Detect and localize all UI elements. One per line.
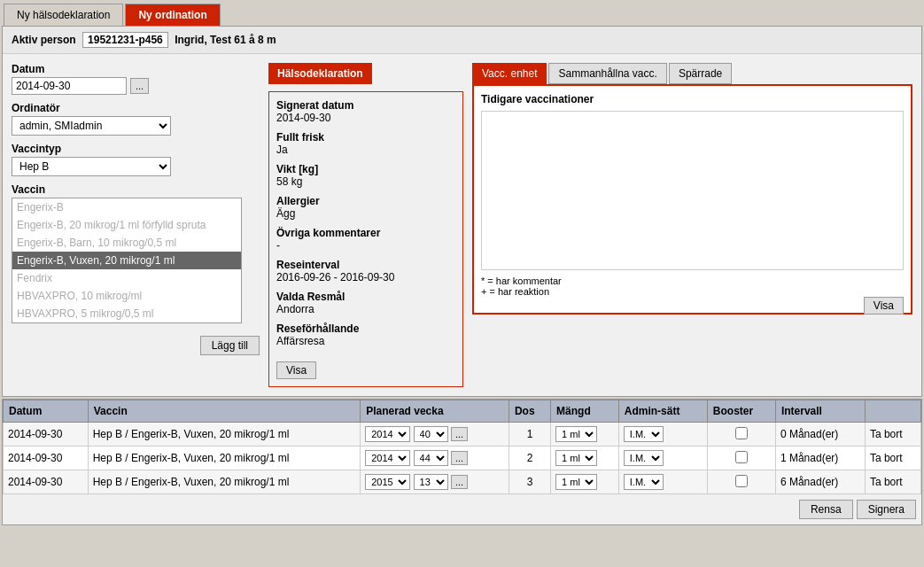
year-select-1[interactable]: 2014 xyxy=(365,450,410,466)
middle-panel: Hälsodeklaration Signerat datum 2014-09-… xyxy=(268,63,463,387)
td-mangd-0: 1 ml xyxy=(551,423,619,447)
td-dos-0: 1 xyxy=(509,423,550,447)
rensa-button[interactable]: Rensa xyxy=(799,500,853,519)
tab-vacc-enhet[interactable]: Vacc. enhet xyxy=(472,63,547,84)
vaccine-item-3[interactable]: Engerix-B, Vuxen, 20 mikrog/1 ml xyxy=(12,252,241,269)
vaccintyp-select[interactable]: Hep B xyxy=(12,157,171,176)
reseinterval-value: 2016-09-26 - 2016-09-30 xyxy=(276,271,455,284)
prev-vacc-box xyxy=(481,111,904,270)
datum-picker-button[interactable]: ... xyxy=(130,78,149,94)
legend2: + = har reaktion xyxy=(481,286,904,297)
content-area: Datum ... Ordinatör admin, SMIadmin Vacc… xyxy=(3,54,921,396)
vaccine-item-4[interactable]: Fendrix xyxy=(12,269,241,287)
ordinatör-row: Ordinatör admin, SMIadmin xyxy=(12,102,260,136)
td-ta-bort-0: Ta bort xyxy=(865,423,920,447)
th-intervall: Intervall xyxy=(775,400,865,423)
main-container: Aktiv person 19521231-p456 Ingrid, Test … xyxy=(2,26,922,397)
ta-bort-link-2[interactable]: Ta bort xyxy=(870,476,903,488)
prev-vacc-label: Tidigare vaccinationer xyxy=(481,93,904,105)
tab-ordination[interactable]: Ny ordination xyxy=(125,4,220,26)
reseforhallande-label: Reseförhållande xyxy=(276,322,455,335)
mangd-select-0[interactable]: 1 ml xyxy=(555,426,597,442)
year-select-0[interactable]: 2014 xyxy=(365,426,410,442)
admin-select-0[interactable]: I.M. xyxy=(624,426,664,442)
ta-bort-link-1[interactable]: Ta bort xyxy=(870,452,903,464)
table-row: 2014-09-30 Hep B / Engerix-B, Vuxen, 20 … xyxy=(4,423,921,447)
admin-select-1[interactable]: I.M. xyxy=(624,450,664,466)
reseinterval-label: Reseinterval xyxy=(276,259,455,271)
week-picker-0[interactable]: ... xyxy=(451,427,468,441)
td-dos-1: 2 xyxy=(509,447,550,470)
th-dos: Dos xyxy=(509,400,550,423)
admin-select-2[interactable]: I.M. xyxy=(624,474,664,490)
tab-sparrade[interactable]: Spärrade xyxy=(669,63,732,84)
left-panel: Datum ... Ordinatör admin, SMIadmin Vacc… xyxy=(12,63,260,387)
bottom-buttons: Rensa Signera xyxy=(3,494,921,524)
top-tabs: Ny hälsodeklaration Ny ordination xyxy=(0,0,924,26)
signera-button[interactable]: Signera xyxy=(857,500,916,519)
vikt-value: 58 kg xyxy=(276,175,455,188)
tab-halsodeklaration[interactable]: Ny hälsodeklaration xyxy=(4,4,123,26)
datum-input[interactable] xyxy=(12,77,127,95)
week-picker-1[interactable]: ... xyxy=(451,451,468,465)
vacc-visa-button[interactable]: Visa xyxy=(864,297,904,315)
mangd-select-2[interactable]: 1 ml xyxy=(555,474,597,490)
week-select-2[interactable]: 13 xyxy=(414,474,448,490)
mangd-select-1[interactable]: 1 ml xyxy=(555,450,597,466)
booster-checkbox-2[interactable] xyxy=(735,475,748,487)
td-intervall-2: 6 Månad(er) xyxy=(775,470,865,494)
th-datum: Datum xyxy=(4,400,89,423)
halso-tab[interactable]: Hälsodeklaration xyxy=(268,63,372,84)
th-planerad-vecka: Planerad vecka xyxy=(361,400,509,423)
td-datum-2: 2014-09-30 xyxy=(4,470,89,494)
vaccine-item-2[interactable]: Engerix-B, Barn, 10 mikrog/0,5 ml xyxy=(12,234,241,252)
vaccintyp-label: Vaccintyp xyxy=(12,143,260,155)
datum-label: Datum xyxy=(12,63,260,75)
person-id: 19521231-p456 xyxy=(82,32,168,48)
vaccin-row: Vaccin Engerix-B Engerix-B, 20 mikrog/1 … xyxy=(12,183,260,323)
valda-resmal-label: Valda Resmål xyxy=(276,291,455,303)
active-person-bar: Aktiv person 19521231-p456 Ingrid, Test … xyxy=(3,27,921,54)
td-booster-1 xyxy=(707,447,775,470)
ovriga-value: - xyxy=(276,239,455,252)
legend1: * = har kommentar xyxy=(481,276,904,286)
signerat-datum-label: Signerat datum xyxy=(276,99,455,112)
vaccine-item-5[interactable]: HBVAXPRO, 10 mikrog/ml xyxy=(12,287,241,305)
vaccine-item-1[interactable]: Engerix-B, 20 mikrog/1 ml förfylld sprut… xyxy=(12,216,241,234)
td-admin-2: I.M. xyxy=(618,470,707,494)
td-mangd-1: 1 ml xyxy=(551,447,619,470)
ordinatör-label: Ordinatör xyxy=(12,102,260,114)
ordinatör-select[interactable]: admin, SMIadmin xyxy=(12,116,171,136)
halso-visa-button[interactable]: Visa xyxy=(276,361,316,379)
signerat-datum-field: Signerat datum 2014-09-30 xyxy=(276,99,455,124)
vaccin-label: Vaccin xyxy=(12,183,260,196)
fullt-frisk-label: Fullt frisk xyxy=(276,131,455,144)
td-datum-1: 2014-09-30 xyxy=(4,447,89,470)
vaccine-item-6[interactable]: HBVAXPRO, 5 mikrog/0,5 ml xyxy=(12,305,241,322)
td-intervall-0: 0 Månad(er) xyxy=(775,423,865,447)
booster-checkbox-1[interactable] xyxy=(735,451,748,463)
ta-bort-link-0[interactable]: Ta bort xyxy=(870,428,903,440)
lagg-till-button[interactable]: Lägg till xyxy=(200,336,260,355)
reseinterval-field: Reseinterval 2016-09-26 - 2016-09-30 xyxy=(276,259,455,284)
booster-checkbox-0[interactable] xyxy=(735,427,748,439)
valda-resmal-field: Valda Resmål Andorra xyxy=(276,291,455,315)
td-vaccin-1: Hep B / Engerix-B, Vuxen, 20 mikrog/1 ml xyxy=(88,447,361,470)
td-vaccin-2: Hep B / Engerix-B, Vuxen, 20 mikrog/1 ml xyxy=(88,470,361,494)
vaccine-item-0[interactable]: Engerix-B xyxy=(12,198,241,216)
td-datum-0: 2014-09-30 xyxy=(4,423,89,447)
td-ta-bort-1: Ta bort xyxy=(865,447,920,470)
vaccine-list: Engerix-B Engerix-B, 20 mikrog/1 ml förf… xyxy=(12,198,242,323)
tab-sammanhallna[interactable]: Sammanhållna vacc. xyxy=(548,63,666,84)
week-select-0[interactable]: 40 xyxy=(414,426,448,442)
person-name: Ingrid, Test xyxy=(175,34,231,46)
week-picker-2[interactable]: ... xyxy=(451,475,468,489)
week-select-1[interactable]: 44 xyxy=(414,450,448,466)
right-panel: Vacc. enhet Sammanhållna vacc. Spärrade … xyxy=(472,63,912,387)
valda-resmal-value: Andorra xyxy=(276,303,455,315)
year-select-2[interactable]: 2015 xyxy=(365,474,410,490)
datum-row: Datum ... xyxy=(12,63,260,95)
td-ta-bort-2: Ta bort xyxy=(865,470,920,494)
person-age: 61 å 8 m xyxy=(234,34,276,46)
td-booster-2 xyxy=(707,470,775,494)
